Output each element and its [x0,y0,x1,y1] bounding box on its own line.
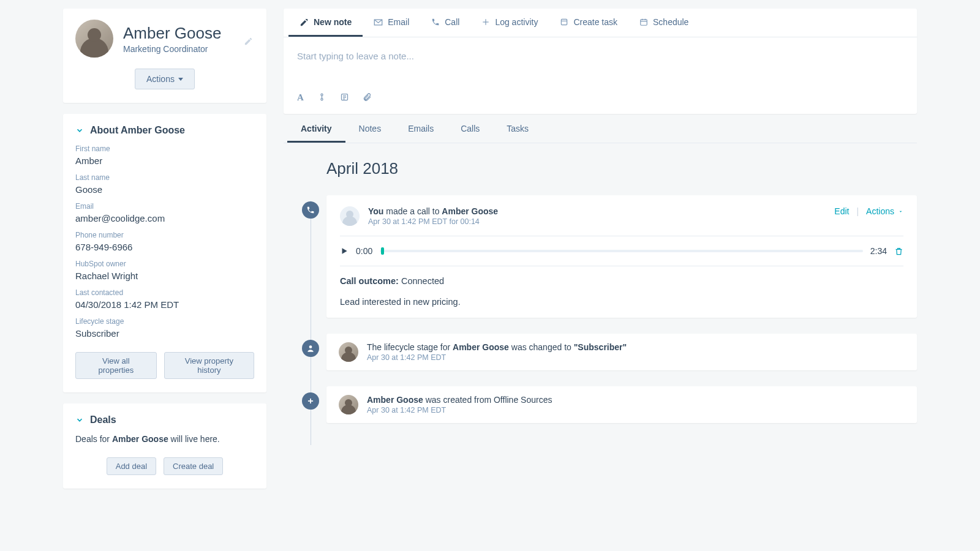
property-value[interactable]: Rachael Wright [75,271,254,281]
about-section-title: About Amber Goose [90,125,185,136]
call-outcome: Call outcome: Connected [340,276,903,286]
calendar-icon [639,18,648,26]
svg-point-8 [321,94,323,96]
property-label: Email [75,202,254,211]
tab-call[interactable]: Call [420,9,470,37]
lifecycle-meta: Apr 30 at 1:42 PM EDT [367,353,627,362]
add-deal-button[interactable]: Add deal [107,457,156,475]
property-label: Last name [75,173,254,182]
audio-duration: 2:34 [870,246,887,256]
property-label: Lifecycle stage [75,317,254,326]
task-icon [560,18,568,26]
property-label: HubSpot owner [75,260,254,268]
chevron-down-icon[interactable] [75,416,84,424]
phone-icon [431,18,440,26]
contact-job-title: Marketing Coordinator [123,44,221,54]
note-input[interactable]: Start typing to leave a note... [284,37,917,92]
property-value[interactable]: Goose [75,184,254,195]
contact-avatar-sm [339,342,358,362]
activity-filter-tabs: Activity Notes Emails Calls Tasks [284,115,917,143]
note-placeholder: Start typing to leave a note... [297,51,414,61]
svg-rect-4 [641,20,647,25]
created-meta: Apr 30 at 1:42 PM EDT [367,406,552,414]
snippet-icon[interactable] [340,92,349,103]
deals-section-title: Deals [90,414,116,425]
tab-new-note[interactable]: New note [288,9,363,37]
property-label: Last contacted [75,288,254,297]
deals-empty-text: Deals for Amber Goose will live here. [75,434,254,444]
call-note: Lead interested in new pricing. [340,297,903,307]
about-section: About Amber Goose First nameAmberLast na… [63,114,266,392]
delete-recording-icon[interactable] [894,247,903,256]
call-actions-link[interactable]: Actions [866,206,903,216]
email-icon [374,18,383,27]
plus-icon [481,18,490,26]
link-icon[interactable] [317,92,326,103]
svg-point-9 [321,99,323,100]
timeline-item-call: You made a call to Amber Goose Apr 30 at… [311,195,917,318]
contact-actions-button[interactable]: Actions [135,69,195,89]
filter-tab-tasks[interactable]: Tasks [493,115,542,143]
activity-timeline: April 2018 You made a call to Amber Goos… [284,143,917,445]
caret-down-icon [178,78,183,81]
lifecycle-title: The lifecycle stage for Amber Goose was … [367,342,627,352]
deals-section: Deals Deals for Amber Goose will live he… [63,403,266,489]
timeline-item-created: Amber Goose was created from Offline Sou… [311,386,917,423]
property-value[interactable]: Subscriber [75,328,254,339]
property-value[interactable]: 04/30/2018 1:42 PM EDT [75,299,254,310]
property-label: First name [75,144,254,153]
view-property-history-button[interactable]: View property history [164,352,254,379]
edit-call-link[interactable]: Edit [834,206,849,216]
plus-badge-icon [302,392,319,410]
compose-card: New note Email Call Log activity Create … [284,9,917,114]
filter-tab-activity[interactable]: Activity [287,115,345,143]
created-title: Amber Goose was created from Offline Sou… [367,395,552,405]
filter-tab-notes[interactable]: Notes [345,115,395,143]
contact-avatar-sm [339,395,358,414]
svg-rect-2 [562,19,567,24]
play-icon[interactable] [340,247,349,255]
timeline-item-lifecycle: The lifecycle stage for Amber Goose was … [311,334,917,370]
call-title: You made a call to Amber Goose [368,206,498,216]
property-value[interactable]: amber@coolidge.com [75,213,254,223]
filter-tab-calls[interactable]: Calls [447,115,493,143]
format-text-icon[interactable]: A [297,92,304,103]
chevron-down-icon[interactable] [75,126,84,135]
tab-log-activity[interactable]: Log activity [470,9,549,37]
edit-contact-icon[interactable] [244,37,253,46]
contact-name: Amber Goose [123,24,221,43]
contact-avatar [75,20,113,58]
filter-tab-emails[interactable]: Emails [394,115,447,143]
actor-avatar [340,206,360,226]
attachment-icon[interactable] [363,92,372,103]
tab-schedule[interactable]: Schedule [628,9,699,37]
call-audio-player: 0:00 2:34 [340,246,903,256]
call-badge-icon [302,201,319,219]
note-toolbar: A [284,92,917,114]
user-badge-icon [302,340,319,357]
audio-current-time: 0:00 [356,246,372,256]
caret-down-icon [898,209,903,214]
property-value[interactable]: Amber [75,156,254,166]
note-icon [300,18,309,27]
timeline-month-header: April 2018 [326,159,917,178]
property-value[interactable]: 678-949-6966 [75,242,254,252]
view-all-properties-button[interactable]: View all properties [75,352,157,379]
compose-tabs: New note Email Call Log activity Create … [284,9,917,37]
audio-track[interactable] [380,250,863,252]
svg-point-15 [309,345,312,348]
property-label: Phone number [75,231,254,239]
tab-email[interactable]: Email [363,9,420,37]
call-meta: Apr 30 at 1:42 PM EDT for 00:14 [368,217,498,226]
contact-header-card: Amber Goose Marketing Coordinator Action… [63,9,266,103]
contact-actions-label: Actions [146,74,175,84]
tab-create-task[interactable]: Create task [549,9,628,37]
create-deal-button[interactable]: Create deal [164,457,223,475]
